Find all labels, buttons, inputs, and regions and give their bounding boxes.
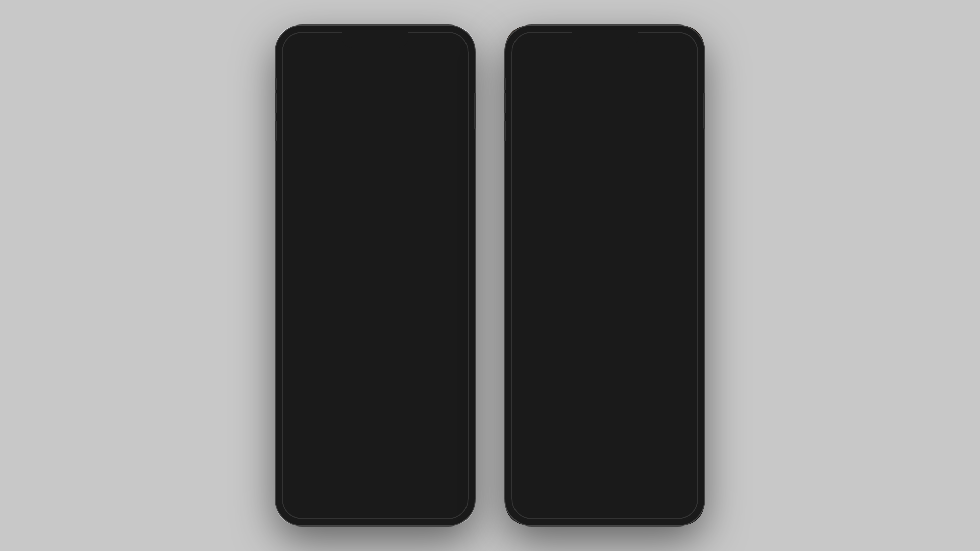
nav-tabs-light[interactable] [402, 499, 424, 521]
game-info-clicker-light: Clicker Knights Vs Dragons ⊞ ● ↗ [284, 167, 366, 194]
hall-badge-dark: HALL [694, 83, 704, 105]
steam-badge-dbd-dark: S [638, 251, 648, 261]
svg-rect-19 [643, 505, 647, 509]
game-card-clicker-light[interactable]: CLICKER KNIGHTS VS DRAGONS FREE Clicker … [284, 106, 366, 194]
filter-linux-light[interactable]: LINUX [413, 232, 442, 243]
steam-badge-dbd-light: S [408, 251, 419, 261]
phone-screen-light: 11:49 ▲ 98 Search or enter an address [276, 26, 475, 525]
game-link-clicker-dark[interactable]: ↗ [518, 186, 592, 191]
game-info-metal-light: Metal Guns Fury Beat'em Up ⊞ ● ↗ [371, 167, 455, 194]
game-link-metal-dark[interactable]: ↗ [605, 186, 681, 191]
filter-mac-light[interactable]: MAC [334, 232, 358, 243]
hall-badge-light: HALL [464, 83, 475, 105]
free-game-saturn-dark[interactable]: Saturna... FREE igdb.com [656, 248, 704, 332]
free-game-saturn-light[interactable]: Saturna... FREE igdb.com [427, 248, 475, 332]
nav-search-light[interactable] [364, 499, 386, 521]
weekend-text-dbd-dark: WEEKEND [610, 312, 636, 318]
site-row-vrising-dark: igdb.com [513, 321, 580, 332]
free-badge-clicker-dark: FREE [517, 157, 535, 164]
bottom-nav-dark: ← → [505, 495, 704, 524]
other-icon: ● [294, 178, 297, 184]
free-badge-tank-dark: FREE [693, 157, 704, 164]
forward-icon-light: → [332, 504, 342, 516]
nav-forward-light[interactable]: → [326, 499, 349, 521]
filter-all-light[interactable]: ALL [284, 232, 306, 243]
address-bar-dark[interactable]: Search or enter an address [512, 55, 697, 78]
game-thumb-tank-light: TANK B. WAR FREE [460, 106, 475, 167]
free-game-name-dbd-light: Dead by Daylight [359, 298, 418, 307]
free-badge-tank-light: FREE [463, 157, 475, 164]
game-link-clicker-light[interactable]: ↗ [288, 186, 362, 191]
free-game-vrising-light[interactable]: S V Rising FREE WEEKEND igdb.com [284, 248, 350, 332]
status-time-dark: 11:49 [520, 38, 538, 47]
site-row-dbd-dark: igdb.com [585, 321, 651, 332]
nav-back-light[interactable]: ← [288, 499, 311, 521]
status-bar-light: 11:49 ▲ 98 [276, 26, 475, 52]
free-game-dbd-dark[interactable]: S Dead by Daylight FREE WEEKEND igdb.com [585, 248, 651, 332]
game-thumb-tank-dark: TANK B. WAR FREE [690, 106, 704, 167]
filter-mac-dark[interactable]: MAC [564, 232, 588, 243]
windows-icon-2: ⊞ [375, 178, 379, 184]
free-game-footer-vrising-light: FREE WEEKEND [284, 309, 350, 321]
svg-point-23 [679, 507, 682, 510]
play-now-section-light: HALL Play now CLICKER KNIGHTS VS DRAGONS [276, 83, 475, 205]
steam-badge-vrising-light: S [337, 251, 347, 261]
svg-rect-6 [409, 505, 413, 509]
free-game-thumb-dbd-dark: S Dead by Daylight [585, 248, 651, 309]
nav-search-dark[interactable] [594, 499, 616, 521]
game-link-tank-dark[interactable]: ↗ [694, 186, 704, 191]
free-badge-saturn-light: FREE [431, 311, 449, 318]
filter-win-dark[interactable]: WIN [538, 232, 560, 243]
location-icon-light: ▲ [419, 39, 425, 46]
filter-win-light[interactable]: WIN [309, 232, 331, 243]
nav-tabs-dark[interactable] [631, 499, 654, 521]
svg-rect-3 [434, 39, 436, 45]
filter-xbox-light[interactable]: XBOX [383, 232, 410, 243]
address-text-light: Search or enter an address [306, 62, 460, 70]
game-link-metal-light[interactable]: ↗ [375, 186, 451, 191]
game-link-tank-light[interactable]: ↗ [464, 186, 475, 191]
free-badge-vrising-dark: FREE [518, 311, 536, 318]
game-card-metal-light[interactable]: METAL GUNS FURY FREE Metal Guns Fury Bea… [371, 106, 455, 194]
site-favicon-vrising-dark [518, 323, 524, 330]
filter-linux-dark[interactable]: LINUX [643, 232, 671, 243]
google-logo-dark [520, 60, 531, 71]
site-favicon-dbd-light [359, 323, 365, 330]
windows-icon-d: ⊞ [518, 178, 522, 184]
game-info-clicker-dark: Clicker Knights Vs Dragons ⊞ ● ↗ [513, 167, 596, 194]
free-game-dbd-light[interactable]: S Dead by Daylight FREE WEEKEND igdb.com [355, 248, 422, 332]
filter-xbox-dark[interactable]: XBOX [613, 232, 640, 243]
nav-back-dark[interactable]: ← [518, 499, 541, 521]
nav-menu-dark[interactable] [669, 499, 692, 521]
address-bar-light[interactable]: Search or enter an address [283, 55, 468, 78]
site-name-saturn-light: igdb.com [439, 324, 460, 330]
game-title-metal-dark: Metal Guns Fury Beat'em Up [605, 169, 681, 176]
game-card-clicker-dark[interactable]: CLICKER KNIGHTS VS DRAGONS FREE Clicker … [513, 106, 596, 194]
home-indicator-dark [505, 524, 704, 525]
filter-ps-light[interactable]: PS [361, 232, 380, 243]
game-card-tank-dark[interactable]: TANK B. WAR FREE Tank Ba... War Comma...… [690, 106, 704, 194]
free-game-vrising-dark[interactable]: S V Rising FREE WEEKEND igdb.com [513, 248, 580, 332]
free-game-overlay-saturn-light: Saturna... [427, 295, 475, 310]
game-card-tank-light[interactable]: TANK B. WAR FREE Tank Ba... War Comma...… [460, 106, 475, 194]
free-game-name-saturn-dark: Saturna... [660, 298, 704, 307]
free-badge-dbd-dark: FREE [589, 311, 607, 318]
back-icon-light: ← [295, 504, 305, 516]
site-row-dbd-light: igdb.com [355, 321, 422, 332]
nav-forward-dark[interactable]: → [556, 499, 578, 521]
game-thumb-clicker-light: CLICKER KNIGHTS VS DRAGONS FREE [284, 106, 350, 167]
free-game-footer-saturn-light: FREE [427, 309, 475, 321]
svg-rect-20 [639, 509, 643, 513]
nav-menu-light[interactable] [439, 499, 462, 521]
svg-rect-9 [413, 509, 417, 513]
phone-screen-dark: 11:49 ▲ 98 Search or enter an address [505, 26, 704, 525]
filter-all-dark[interactable]: ALL [513, 232, 535, 243]
filter-ps-dark[interactable]: PS [591, 232, 610, 243]
site-favicon-saturn-dark [660, 323, 667, 330]
svg-rect-7 [413, 505, 417, 509]
search-icon-light [370, 503, 381, 517]
search-icon-dark [599, 503, 610, 517]
game-card-metal-dark[interactable]: METAL GUNS FURY FREE Metal Guns Fury Bea… [601, 106, 685, 194]
free-game-thumb-dbd-light: S Dead by Daylight [355, 248, 422, 309]
free-game-footer-dbd-dark: FREE WEEKEND [585, 309, 651, 321]
